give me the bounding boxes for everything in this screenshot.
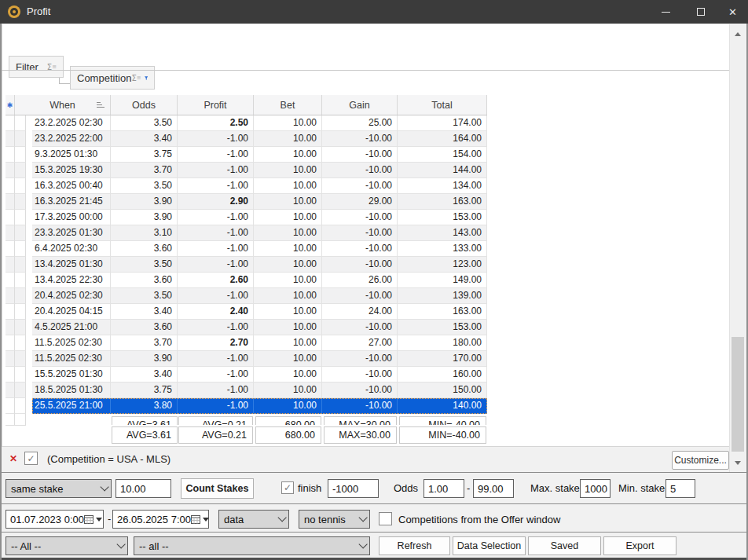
cell-total[interactable]: 123.00 xyxy=(398,257,487,273)
cell-profit[interactable]: -1.00 xyxy=(178,241,254,257)
cell-when[interactable]: 23.3.2025 01:30 xyxy=(32,225,111,241)
cell-odds[interactable]: 3.60 xyxy=(111,320,178,335)
cell-bet[interactable]: 10.00 xyxy=(254,147,322,163)
cell-total[interactable]: 143.00 xyxy=(398,225,487,241)
cell-bet[interactable]: 10.00 xyxy=(254,273,322,288)
cell-total[interactable]: 154.00 xyxy=(398,147,487,163)
cell-total[interactable]: 134.00 xyxy=(398,178,487,194)
remove-filter-icon[interactable]: ✕ xyxy=(9,453,17,464)
cell-gain[interactable]: -10.00 xyxy=(322,398,398,414)
cell-profit[interactable]: -1.00 xyxy=(178,147,254,163)
row-indicator-cell[interactable] xyxy=(6,241,15,257)
cell-gain[interactable]: -10.00 xyxy=(322,351,398,367)
cell-total[interactable]: 180.00 xyxy=(398,335,487,351)
cell-profit[interactable]: -1.00 xyxy=(178,288,254,304)
row-indent-cell[interactable] xyxy=(15,398,26,414)
sport-filter-select[interactable]: no tennis xyxy=(299,510,370,529)
max-stake-input[interactable]: 1000 xyxy=(580,479,610,498)
cell-total[interactable]: 160.00 xyxy=(398,367,487,382)
cell-total[interactable]: 139.00 xyxy=(398,288,487,304)
scrollbar-thumb[interactable] xyxy=(732,337,744,452)
all-filter-select[interactable]: -- All -- xyxy=(6,536,128,555)
cell-total[interactable]: 140.00 xyxy=(398,398,487,414)
cell-bet[interactable]: 10.00 xyxy=(254,304,322,320)
row-indent-cell[interactable] xyxy=(15,210,26,225)
row-indent-cell[interactable] xyxy=(15,163,26,178)
cell-gain[interactable]: -10.00 xyxy=(322,382,398,398)
cell-gain[interactable]: 25.00 xyxy=(322,115,398,131)
cell-gain[interactable]: 29.00 xyxy=(322,194,398,210)
data-mode-select[interactable]: data xyxy=(218,510,289,529)
row-indent-cell[interactable] xyxy=(15,178,26,194)
cell-odds[interactable]: 3.40 xyxy=(111,367,178,382)
cell-bet[interactable]: 10.00 xyxy=(254,241,322,257)
filter-field-button[interactable]: Filter Σ xyxy=(9,56,64,78)
row-indicator-cell[interactable] xyxy=(6,351,15,367)
cell-odds[interactable]: 3.60 xyxy=(111,241,178,257)
cell-bet[interactable]: 10.00 xyxy=(254,351,322,367)
scroll-down-arrow[interactable] xyxy=(730,456,746,469)
stake-mode-select[interactable]: same stake xyxy=(6,479,112,498)
table-row[interactable]: 17.3.2025 00:00 3.90 -1.00 10.00 -10.00 … xyxy=(6,210,487,225)
cell-profit[interactable]: -1.00 xyxy=(178,351,254,367)
min-stake-input[interactable]: 5 xyxy=(666,479,695,498)
cell-bet[interactable]: 10.00 xyxy=(254,335,322,351)
refresh-button[interactable]: Refresh xyxy=(379,536,450,555)
table-row[interactable]: 15.3.2025 19:30 3.70 -1.00 10.00 -10.00 … xyxy=(6,163,487,178)
cell-profit[interactable]: -1.00 xyxy=(178,367,254,382)
cell-profit[interactable]: -1.00 xyxy=(178,382,254,398)
cell-profit[interactable]: -1.00 xyxy=(178,257,254,273)
row-indent-cell[interactable] xyxy=(15,304,26,320)
saved-button[interactable]: Saved xyxy=(528,536,601,555)
column-header-bet[interactable]: Bet xyxy=(254,95,322,115)
row-indicator-cell[interactable] xyxy=(6,273,15,288)
cell-gain[interactable]: -10.00 xyxy=(322,288,398,304)
cell-profit[interactable]: -1.00 xyxy=(178,225,254,241)
cell-total[interactable]: 150.00 xyxy=(398,382,487,398)
minimize-button[interactable] xyxy=(647,0,684,24)
cell-bet[interactable]: 10.00 xyxy=(254,257,322,273)
cell-profit[interactable]: 2.90 xyxy=(178,194,254,210)
cell-profit[interactable]: 2.70 xyxy=(178,335,254,351)
cell-bet[interactable]: 10.00 xyxy=(254,178,322,194)
column-header-odds[interactable]: Odds xyxy=(111,95,178,115)
cell-bet[interactable]: 10.00 xyxy=(254,131,322,147)
cell-gain[interactable]: -10.00 xyxy=(322,147,398,163)
table-row[interactable]: 15.5.2025 01:30 3.40 -1.00 10.00 -10.00 … xyxy=(6,367,487,382)
cell-odds[interactable]: 3.50 xyxy=(111,288,178,304)
row-indicator-cell[interactable] xyxy=(6,147,15,163)
row-indicator-cell[interactable] xyxy=(6,210,15,225)
row-indent-cell[interactable] xyxy=(15,241,26,257)
table-row[interactable]: 9.3.2025 01:30 3.75 -1.00 10.00 -10.00 1… xyxy=(6,147,487,163)
row-indicator-cell[interactable] xyxy=(6,257,15,273)
cell-when[interactable]: 16.3.2025 00:40 xyxy=(32,178,111,194)
cell-gain[interactable]: -10.00 xyxy=(322,210,398,225)
cell-gain[interactable]: -10.00 xyxy=(322,178,398,194)
cell-profit[interactable]: 2.60 xyxy=(178,273,254,288)
close-button[interactable]: ✕ xyxy=(717,0,748,24)
count-stakes-button[interactable]: Count Stakes xyxy=(181,478,254,499)
cell-odds[interactable]: 3.75 xyxy=(111,147,178,163)
row-indent-cell[interactable] xyxy=(15,367,26,382)
table-row[interactable]: 25.5.2025 21:00 3.80 -1.00 10.00 -10.00 … xyxy=(6,398,487,414)
column-header-profit[interactable]: Profit xyxy=(178,95,254,115)
cell-gain[interactable]: -10.00 xyxy=(322,225,398,241)
row-indent-cell[interactable] xyxy=(15,351,26,367)
cell-total[interactable]: 170.00 xyxy=(398,351,487,367)
scroll-up-arrow[interactable] xyxy=(730,27,746,40)
row-indent-cell[interactable] xyxy=(15,288,26,304)
table-row[interactable]: 18.5.2025 01:30 3.75 -1.00 10.00 -10.00 … xyxy=(6,382,487,398)
cell-profit[interactable]: -1.00 xyxy=(178,178,254,194)
cell-profit[interactable]: -1.00 xyxy=(178,320,254,335)
cell-bet[interactable]: 10.00 xyxy=(254,115,322,131)
table-row[interactable]: 11.5.2025 02:30 3.90 -1.00 10.00 -10.00 … xyxy=(6,351,487,367)
row-indicator-header[interactable]: ✱ xyxy=(6,95,15,115)
table-row[interactable]: 11.5.2025 02:30 3.70 2.70 10.00 27.00 18… xyxy=(6,335,487,351)
table-row[interactable]: 13.4.2025 22:30 3.60 2.60 10.00 26.00 14… xyxy=(6,273,487,288)
cell-when[interactable]: 4.5.2025 21:00 xyxy=(32,320,111,335)
row-indent-cell[interactable] xyxy=(15,257,26,273)
cell-odds[interactable]: 3.10 xyxy=(111,225,178,241)
row-indicator-cell[interactable] xyxy=(6,304,15,320)
cell-gain[interactable]: -10.00 xyxy=(322,131,398,147)
date-to-picker[interactable]: 26.05.2025 7:00 xyxy=(112,510,209,529)
